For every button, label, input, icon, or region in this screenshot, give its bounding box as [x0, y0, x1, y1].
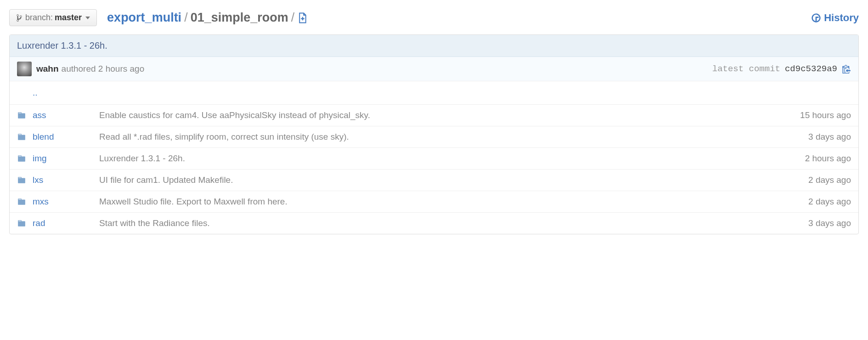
breadcrumb: export_multi / 01_simple_room / [107, 11, 307, 25]
latest-commit-label: latest commit [712, 64, 780, 74]
folder-link[interactable]: ass [33, 110, 46, 120]
clipboard-icon[interactable] [842, 64, 851, 74]
commit-authored-time: authored 2 hours ago [62, 64, 145, 74]
table-row: assEnable caustics for cam4. Use aaPhysi… [10, 105, 858, 126]
commit-author[interactable]: wahn [36, 64, 59, 74]
folder-link[interactable]: blend [33, 132, 54, 142]
latest-commit-message[interactable]: Luxrender 1.3.1 - 26h. [10, 35, 858, 57]
folder-icon [17, 154, 33, 163]
folder-icon [17, 198, 33, 206]
parent-directory-row[interactable]: .. [10, 81, 858, 105]
table-row: mxsMaxwell Studio file. Export to Maxwel… [10, 191, 858, 213]
file-commit-message[interactable]: Enable caustics for cam4. Use aaPhysical… [99, 110, 791, 120]
git-branch-icon [16, 14, 23, 22]
file-age: 2 days ago [799, 175, 851, 185]
commit-sha[interactable]: cd9c5329a9 [785, 64, 837, 74]
file-age: 3 days ago [799, 132, 851, 142]
table-row: blendRead all *.rad files, simplify room… [10, 126, 858, 148]
folder-icon [17, 219, 33, 227]
parent-directory-link[interactable]: .. [33, 88, 38, 97]
file-commit-message[interactable]: Maxwell Studio file. Export to Maxwell f… [99, 197, 799, 207]
table-row: radStart with the Radiance files.3 days … [10, 213, 858, 234]
folder-link[interactable]: lxs [33, 175, 43, 185]
file-commit-message[interactable]: Read all *.rad files, simplify room, cor… [99, 132, 799, 142]
folder-icon [17, 111, 33, 119]
branch-label: branch: [25, 13, 53, 23]
breadcrumb-separator: / [184, 11, 188, 25]
history-icon [811, 13, 821, 23]
file-listing: Luxrender 1.3.1 - 26h. wahn authored 2 h… [9, 34, 859, 234]
folder-icon [17, 133, 33, 141]
folder-link[interactable]: mxs [33, 197, 49, 206]
breadcrumb-root[interactable]: export_multi [107, 11, 181, 25]
file-age: 2 days ago [799, 197, 851, 207]
folder-link[interactable]: rad [33, 218, 45, 228]
branch-name: master [55, 13, 82, 23]
file-commit-message[interactable]: Luxrender 1.3.1 - 26h. [99, 153, 796, 164]
file-age: 2 hours ago [796, 153, 851, 164]
file-commit-message[interactable]: Start with the Radiance files. [99, 218, 799, 228]
table-row: lxsUI file for cam1. Updated Makefile.2 … [10, 170, 858, 191]
history-label: History [824, 12, 859, 24]
avatar[interactable] [17, 62, 32, 76]
branch-selector[interactable]: branch: master [9, 9, 97, 26]
file-commit-message[interactable]: UI file for cam1. Updated Makefile. [99, 175, 799, 185]
new-file-icon[interactable] [298, 12, 307, 23]
file-age: 15 hours ago [791, 110, 851, 120]
folder-link[interactable]: img [33, 153, 47, 163]
folder-icon [17, 176, 33, 184]
file-age: 3 days ago [799, 218, 851, 228]
breadcrumb-separator: / [291, 11, 295, 25]
commit-meta: wahn authored 2 hours ago latest commit … [10, 57, 858, 81]
breadcrumb-current: 01_simple_room [191, 11, 288, 25]
table-row: imgLuxrender 1.3.1 - 26h.2 hours ago [10, 148, 858, 170]
history-link[interactable]: History [811, 12, 859, 24]
caret-down-icon [85, 17, 90, 19]
